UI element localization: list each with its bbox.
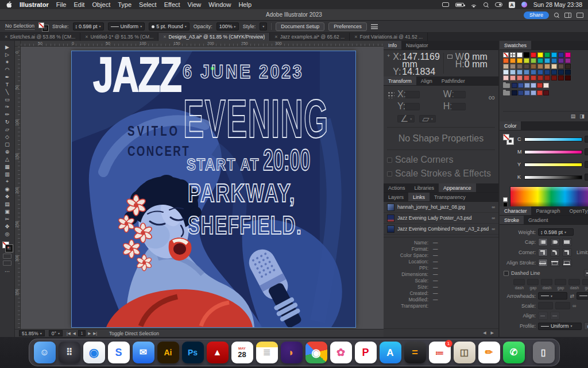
pasteboard[interactable]: JAZZ 6 JUNE 2023 EVENING SVITLO CONCERT …	[21, 47, 384, 329]
reference-point-locator[interactable]	[387, 91, 394, 98]
constrain-proportions-icon[interactable]: ∞	[489, 93, 495, 103]
rotate-tool[interactable]: ↻	[2, 118, 13, 125]
s-app[interactable]: S	[108, 342, 130, 363]
swatch[interactable]	[544, 52, 550, 57]
artboard[interactable]: JAZZ 6 JUNE 2023 EVENING SVITLO CONCERT …	[72, 51, 355, 327]
dash-gap-field[interactable]: dash	[568, 279, 581, 290]
swatch-kinds-icon[interactable]: ◨	[579, 113, 585, 119]
close-tab-icon[interactable]: ×	[85, 34, 88, 40]
selection-tool[interactable]: ▶	[2, 43, 13, 51]
transform-y-field[interactable]	[405, 103, 420, 110]
swatch[interactable]	[537, 64, 543, 69]
color-channel-slider[interactable]: M 0 %	[517, 147, 588, 157]
pinterest[interactable]: P	[355, 342, 377, 363]
swatch[interactable]	[551, 75, 557, 80]
control-settings-icon[interactable]	[371, 24, 378, 29]
width-profile-select[interactable]: Uniform ▾	[538, 323, 582, 330]
graph-tool[interactable]: ▤	[2, 200, 13, 208]
workspace-switcher-icon[interactable]	[564, 13, 571, 18]
align-center-button[interactable]	[538, 259, 548, 267]
swatch[interactable]	[531, 52, 536, 57]
keyboard-input-icon[interactable]: A	[509, 2, 515, 8]
swatch[interactable]	[544, 64, 550, 69]
last-artboard-button[interactable]: ▶|	[93, 331, 97, 336]
calendar[interactable]: MAY 28	[231, 342, 253, 363]
poster-title[interactable]: JAZZ	[93, 51, 181, 102]
fill-chip[interactable]	[503, 134, 509, 140]
swatch[interactable]	[503, 52, 509, 57]
preferences-button[interactable]: Preferences	[328, 22, 367, 31]
dash-gap-field[interactable]: gap	[555, 279, 567, 290]
dash-gap-field[interactable]: dash	[541, 279, 553, 290]
color-channel-slider[interactable]: C 0 %	[517, 134, 588, 144]
color-group-folder-icon[interactable]	[503, 83, 510, 88]
swatch[interactable]	[537, 52, 543, 57]
finder[interactable]: ☺	[34, 342, 56, 363]
channel-slider-track[interactable]	[524, 175, 582, 179]
reminders[interactable]: ≔ 1	[429, 342, 451, 363]
document-tab[interactable]: × Font Variations.ai @ 41.52 ...	[350, 33, 428, 41]
swatch[interactable]	[517, 70, 523, 75]
close-tab-icon[interactable]: ×	[163, 34, 166, 40]
siri-icon[interactable]	[521, 2, 527, 7]
swatch[interactable]	[544, 58, 550, 63]
document-setup-button[interactable]: Document Setup	[276, 22, 324, 31]
swatch[interactable]	[531, 64, 536, 69]
swatch[interactable]	[524, 75, 529, 80]
panel-tab[interactable]: Paragraph	[531, 206, 564, 215]
next-artboard-button[interactable]: ▶	[88, 331, 91, 336]
pencil-tool[interactable]: ✏	[2, 110, 13, 118]
stepper-icon[interactable]: ▴▾	[76, 24, 78, 29]
first-artboard-button[interactable]: |◀	[67, 331, 71, 336]
swatch[interactable]	[524, 83, 530, 88]
swatch[interactable]	[510, 58, 516, 63]
swatch[interactable]	[503, 75, 509, 80]
scale-tool[interactable]: ▱	[2, 125, 13, 133]
poster-artwork[interactable]: JAZZ 6 JUNE 2023 EVENING SVITLO CONCERT …	[72, 51, 355, 327]
swatch[interactable]	[510, 52, 516, 57]
corner-miter-button[interactable]	[538, 248, 548, 256]
draw-normal-button[interactable]	[3, 254, 11, 259]
menu-item[interactable]: Window	[208, 1, 231, 8]
poster-venue-line2[interactable]: SHEFFIELD.	[188, 211, 302, 239]
illustrator[interactable]: Ai	[157, 342, 179, 363]
document-tab[interactable]: × Untitled-1* @ 51.35 % (CM...	[80, 33, 158, 41]
panel-tab[interactable]: Layers	[384, 193, 408, 201]
menu-item[interactable]: Type	[118, 1, 131, 8]
dash-gap-field[interactable]: gap	[582, 279, 588, 290]
dash-gap-field[interactable]: gap	[527, 279, 539, 290]
swatch[interactable]	[551, 58, 557, 63]
prev-link-icon[interactable]: ◀	[483, 331, 486, 335]
fill-stroke-indicator[interactable]	[38, 22, 48, 31]
acrobat[interactable]: ▲	[207, 342, 229, 363]
swatch[interactable]	[517, 64, 523, 69]
arrowhead-end-select[interactable]: ▾	[577, 292, 588, 300]
draw-behind-button[interactable]	[3, 260, 11, 266]
brush-select[interactable]: 5 pt. Round ▾	[149, 22, 189, 30]
swatch[interactable]	[537, 70, 543, 75]
align-outside-button[interactable]	[562, 259, 572, 267]
white-black-chips[interactable]	[503, 186, 508, 207]
panel-tab[interactable]: Links	[408, 193, 430, 201]
jar-utility[interactable]: ◫	[454, 342, 475, 363]
opacity-field[interactable]: 100% ▸	[216, 22, 239, 30]
free-transform-tool[interactable]: ▢	[2, 140, 13, 148]
panel-tab[interactable]: Gradient	[524, 216, 553, 224]
swatch[interactable]	[565, 70, 571, 75]
swatch[interactable]	[531, 58, 536, 63]
paintbrush-tool[interactable]: ✑	[2, 103, 13, 110]
stroke-chip[interactable]	[6, 245, 13, 252]
color-channel-slider[interactable]: K 0 %	[517, 172, 588, 182]
swatches-panel-tab[interactable]: Swatches	[500, 41, 531, 49]
channel-value-field[interactable]: 0	[585, 174, 588, 181]
hannah_jonny_hot_jazz_08.jpg[interactable]: hannah_jonny_hot_jazz_08.jpg ∞	[384, 202, 498, 213]
swatch[interactable]	[524, 52, 529, 57]
panel-tab[interactable]: Actions	[384, 183, 410, 192]
link-scales-icon[interactable]: ∞	[572, 303, 576, 309]
swatch[interactable]	[537, 58, 543, 63]
slice-tool[interactable]: ✂	[2, 215, 13, 223]
cap-projecting-button[interactable]	[562, 238, 572, 246]
eyedropper-tool[interactable]: ⌖	[2, 178, 13, 185]
toolbar-fill-stroke[interactable]	[2, 241, 13, 252]
swatch[interactable]	[510, 75, 516, 80]
